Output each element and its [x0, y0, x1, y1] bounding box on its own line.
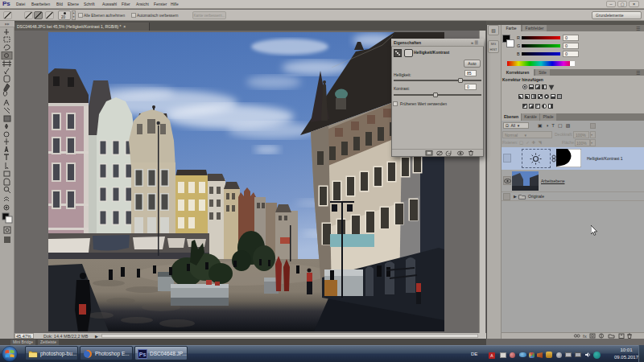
svg-text:fx: fx: [583, 334, 587, 339]
